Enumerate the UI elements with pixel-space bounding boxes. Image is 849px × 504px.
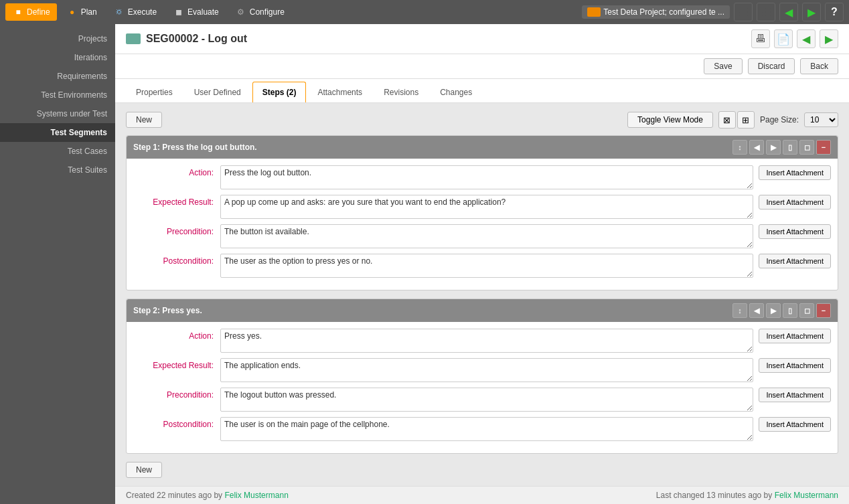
arrow-left-green-btn[interactable]: ◀	[797, 29, 816, 48]
step-2-expected-attach-btn[interactable]: Insert Attachment	[759, 358, 831, 373]
new-btn-row: New Toggle View Mode ⊠ ⊞ Page Size: 10 2…	[126, 111, 838, 129]
page-header-actions: 🖶 📄 ◀ ▶	[751, 29, 838, 48]
footer-created-by[interactable]: Felix Mustermann	[224, 491, 288, 500]
tab-changes[interactable]: Changes	[430, 82, 482, 102]
discard-button-top[interactable]: Discard	[748, 58, 795, 74]
step-1-copy-btn[interactable]: ▯	[783, 140, 797, 155]
tab-revisions[interactable]: Revisions	[374, 82, 429, 102]
top-nav: ■ Define ● Plan ⛭ Execute ◼ Evaluate ⚙ C…	[0, 0, 849, 24]
step-1-action-input[interactable]	[220, 165, 753, 189]
step-1-expected-row: Expected Result: Insert Attachment	[133, 195, 831, 219]
step-2-precondition-input[interactable]	[220, 388, 753, 412]
nav-configure[interactable]: ⚙ Configure	[228, 3, 291, 21]
toolbar-icon-2[interactable]: ☷	[757, 3, 775, 21]
step-2-expected-input[interactable]	[220, 358, 753, 382]
step-2-postcondition-input[interactable]	[220, 417, 753, 441]
sidebar-item-test-environments[interactable]: Test Environments	[0, 86, 115, 104]
step-1-expected-content: Insert Attachment	[220, 195, 831, 219]
arrow-right-green-btn[interactable]: ▶	[820, 29, 838, 48]
step-2-postcondition-label: Postcondition:	[133, 417, 214, 429]
sidebar-item-test-segments[interactable]: Test Segments	[0, 123, 115, 142]
nav-execute[interactable]: ⛭ Execute	[106, 3, 163, 21]
footer-changed-by[interactable]: Felix Mustermann	[775, 491, 838, 500]
step-1-postcondition-attach-btn[interactable]: Insert Attachment	[759, 254, 831, 268]
help-icon-btn[interactable]: ?	[825, 3, 844, 21]
step-2-precondition-attach-btn[interactable]: Insert Attachment	[759, 388, 831, 402]
tab-attachments[interactable]: Attachments	[307, 82, 372, 102]
step-2-action-attach-btn[interactable]: Insert Attachment	[759, 329, 831, 343]
steps-content: New Toggle View Mode ⊠ ⊞ Page Size: 10 2…	[115, 103, 849, 486]
print-icon-btn[interactable]: 🖶	[751, 29, 770, 48]
sidebar-item-projects[interactable]: Projects	[0, 29, 115, 48]
step-2-copy-btn[interactable]: ▯	[783, 303, 797, 318]
tab-properties[interactable]: Properties	[126, 82, 183, 102]
step-1-action-attach-btn[interactable]: Insert Attachment	[759, 165, 831, 180]
step-1-precondition-content: Insert Attachment	[220, 224, 831, 248]
step-2-paste-btn[interactable]: ◻	[799, 303, 814, 318]
step-1-prev-btn[interactable]: ◀	[749, 140, 764, 155]
nav-plan[interactable]: ● Plan	[60, 3, 104, 21]
page-title: SEG00002 - Log out	[146, 33, 247, 45]
plan-icon: ●	[66, 6, 78, 18]
nav-define[interactable]: ■ Define	[5, 3, 57, 21]
step-1-up-btn[interactable]: ↕	[732, 140, 747, 155]
page-title-icon	[126, 33, 141, 44]
footer-info: Created 22 minutes ago by Felix Musterma…	[115, 486, 849, 504]
new-button-top[interactable]: New	[126, 112, 162, 128]
step-2-next-btn[interactable]: ▶	[766, 303, 781, 318]
define-icon: ■	[12, 6, 24, 18]
step-2-expected-content: Insert Attachment	[220, 358, 831, 382]
nav-right-area: Test Deta Project; configured te ... ☰ ☷…	[582, 3, 844, 21]
step-1-delete-btn[interactable]: −	[816, 140, 831, 155]
step-1-paste-btn[interactable]: ◻	[799, 140, 814, 155]
nav-arrow-left[interactable]: ◀	[779, 3, 798, 21]
save-button-top[interactable]: Save	[704, 58, 742, 74]
step-1-fields: Action: Insert Attachment Expected Resul…	[127, 159, 838, 290]
step-1-expected-input[interactable]	[220, 195, 753, 219]
toggle-view-button[interactable]: Toggle View Mode	[627, 112, 713, 128]
page-title-area: SEG00002 - Log out	[126, 33, 247, 45]
new-button-bottom[interactable]: New	[126, 462, 162, 478]
page-header: SEG00002 - Log out 🖶 📄 ◀ ▶	[115, 24, 849, 54]
tab-steps[interactable]: Steps (2)	[252, 82, 307, 102]
footer-created-text: Created 22 minutes ago by	[126, 491, 222, 500]
grid-view-icon[interactable]: ⊠	[718, 111, 736, 129]
step-2-action-input[interactable]	[220, 329, 753, 353]
view-icon-group: ⊠ ⊞	[718, 111, 755, 129]
step-1-precondition-input[interactable]	[220, 224, 753, 248]
sidebar-item-test-suites[interactable]: Test Suites	[0, 161, 115, 179]
evaluate-icon: ◼	[173, 6, 185, 18]
sidebar-item-systems-under-test[interactable]: Systems under Test	[0, 104, 115, 123]
document-icon-btn[interactable]: 📄	[774, 29, 793, 48]
expand-view-icon[interactable]: ⊞	[737, 111, 755, 129]
step-1-header: Step 1: Press the log out button. ↕ ◀ ▶ …	[127, 136, 838, 159]
sidebar-item-iterations[interactable]: Iterations	[0, 48, 115, 67]
back-button-top[interactable]: Back	[800, 58, 838, 74]
footer-changed-text: Last changed 13 minutes ago by	[656, 491, 772, 500]
project-icon	[587, 7, 601, 17]
step-1-next-btn[interactable]: ▶	[766, 140, 781, 155]
step-1-action-content: Insert Attachment	[220, 165, 831, 189]
nav-evaluate[interactable]: ◼ Evaluate	[166, 3, 226, 21]
step-2-delete-btn[interactable]: −	[816, 303, 831, 318]
step-2-up-btn[interactable]: ↕	[732, 303, 747, 318]
execute-icon: ⛭	[113, 6, 125, 18]
step-2-postcondition-attach-btn[interactable]: Insert Attachment	[759, 417, 831, 432]
step-1-postcondition-content: Insert Attachment	[220, 254, 831, 278]
tab-user-defined[interactable]: User Defined	[184, 82, 251, 102]
step-2-postcondition-content: Insert Attachment	[220, 417, 831, 441]
step-1-expected-attach-btn[interactable]: Insert Attachment	[759, 195, 831, 209]
step-1-precondition-attach-btn[interactable]: Insert Attachment	[759, 224, 831, 239]
step-2-precondition-row: Precondition: Insert Attachment	[133, 388, 831, 412]
nav-arrow-right[interactable]: ▶	[802, 3, 821, 21]
step-2-fields: Action: Insert Attachment Expected Resul…	[127, 322, 838, 453]
toolbar-icon-1[interactable]: ☰	[734, 3, 753, 21]
step-1-precondition-label: Precondition:	[133, 224, 214, 236]
step-2-header: Step 2: Press yes. ↕ ◀ ▶ ▯ ◻ −	[127, 299, 838, 322]
sidebar-item-requirements[interactable]: Requirements	[0, 67, 115, 86]
step-1-postcondition-input[interactable]	[220, 254, 753, 278]
sidebar-item-test-cases[interactable]: Test Cases	[0, 142, 115, 161]
page-size-select[interactable]: 10 25 50 100	[804, 112, 838, 127]
project-display: Test Deta Project; configured te ...	[582, 5, 730, 19]
step-2-prev-btn[interactable]: ◀	[749, 303, 764, 318]
